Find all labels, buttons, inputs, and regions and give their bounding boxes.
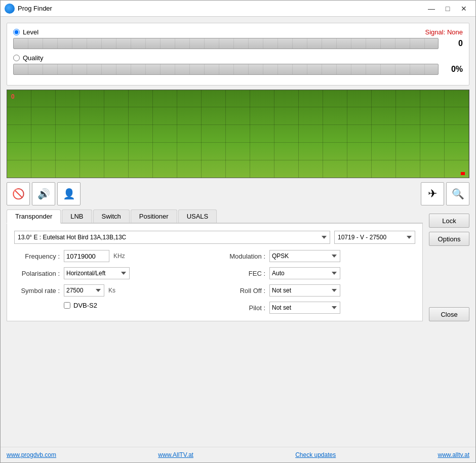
form-left: Frequency : KHz Polarisation : Horizonta… bbox=[14, 250, 210, 314]
level-row: Level Signal: None bbox=[13, 28, 463, 36]
quality-radio[interactable] bbox=[13, 55, 20, 61]
close-btn-area: Close bbox=[429, 304, 469, 321]
signal-panel: Level Signal: None 0 Quality 0% bbox=[7, 23, 469, 86]
close-window-button[interactable]: ✕ bbox=[456, 3, 471, 14]
satellite-select[interactable]: 13.0° E : Eutelsat Hot Bird 13A,13B,13C bbox=[14, 231, 330, 244]
satellite-icon: ✈ bbox=[428, 187, 437, 200]
dvbs2-checkbox[interactable] bbox=[64, 302, 70, 309]
form-grid: Frequency : KHz Polarisation : Horizonta… bbox=[14, 250, 415, 314]
footer-link-alltv-at[interactable]: www.AllTV.at bbox=[158, 451, 193, 458]
pilot-select[interactable]: Not set On Off bbox=[269, 302, 340, 314]
pilot-row: Pilot : Not set On Off bbox=[220, 302, 415, 314]
speaker-icon: 🔊 bbox=[37, 188, 50, 200]
polarisation-select[interactable]: Horizontal/Left Vertical/Right Circular … bbox=[64, 267, 130, 279]
spectrum-indicator bbox=[461, 172, 465, 175]
pilot-label: Pilot : bbox=[220, 304, 265, 312]
tab-usals[interactable]: USALS bbox=[178, 209, 217, 223]
modulation-select[interactable]: QPSK 8PSK 16APSK 32APSK bbox=[269, 250, 340, 262]
window-title: Prog Finder bbox=[18, 5, 424, 12]
symbolrate-select[interactable]: 27500 bbox=[64, 284, 104, 297]
modulation-row: Modulation : QPSK 8PSK 16APSK 32APSK bbox=[220, 250, 415, 262]
dvbs2-row: DVB-S2 bbox=[64, 302, 210, 309]
search-button[interactable]: 🔍 bbox=[446, 182, 469, 205]
person-icon: 👤 bbox=[63, 188, 75, 200]
fec-label: FEC : bbox=[220, 270, 265, 277]
signal-status: Signal: None bbox=[425, 28, 463, 36]
polarisation-row: Polarisation : Horizontal/Left Vertical/… bbox=[14, 267, 210, 279]
person-button[interactable]: 👤 bbox=[57, 182, 81, 205]
mute-button[interactable]: 🚫 bbox=[7, 182, 30, 205]
tab-switch[interactable]: Switch bbox=[93, 209, 130, 223]
spectrum-display: 0 bbox=[7, 90, 469, 178]
modulation-label: Modulation : bbox=[220, 252, 265, 260]
main-content: Level Signal: None 0 Quality 0% bbox=[1, 17, 475, 447]
level-value: 0 bbox=[443, 39, 463, 48]
symbolrate-row: Symbol rate : 27500 Ks bbox=[14, 284, 210, 297]
fec-row: FEC : Auto 1/2 2/3 3/4 5/6 7/8 bbox=[220, 267, 415, 279]
speaker-button[interactable]: 🔊 bbox=[32, 182, 55, 205]
level-bar-track bbox=[13, 38, 439, 49]
frequency-unit: KHz bbox=[113, 252, 125, 260]
frequency-label: Frequency : bbox=[14, 252, 60, 260]
main-window: Prog Finder — □ ✕ Level Signal: None 0 bbox=[0, 0, 476, 463]
frequency-input[interactable] bbox=[64, 250, 109, 262]
form-right: Modulation : QPSK 8PSK 16APSK 32APSK FEC… bbox=[220, 250, 415, 314]
rolloff-label: Roll Off : bbox=[220, 287, 265, 294]
main-section: Transponder LNB Switch Positioner USALS … bbox=[7, 209, 469, 321]
polarisation-label: Polarisation : bbox=[14, 270, 60, 277]
footer-link-progdvb[interactable]: www.progdvb.com bbox=[7, 451, 56, 458]
lock-button[interactable]: Lock bbox=[429, 214, 469, 228]
options-button[interactable]: Options bbox=[429, 232, 469, 246]
titlebar: Prog Finder — □ ✕ bbox=[1, 1, 475, 17]
symbolrate-label: Symbol rate : bbox=[14, 287, 60, 294]
level-bar-container: 0 bbox=[13, 38, 463, 49]
frequency-row: Frequency : KHz bbox=[14, 250, 210, 262]
quality-row: Quality bbox=[13, 54, 463, 62]
transponder-presets-row: 13.0° E : Eutelsat Hot Bird 13A,13B,13C … bbox=[14, 231, 415, 244]
quality-bar-container: 0% bbox=[13, 64, 463, 75]
level-radio[interactable] bbox=[13, 29, 20, 35]
fec-select[interactable]: Auto 1/2 2/3 3/4 5/6 7/8 bbox=[269, 267, 340, 279]
tab-positioner[interactable]: Positioner bbox=[131, 209, 177, 223]
right-panel-top: Lock Options bbox=[429, 214, 469, 246]
level-label: Level bbox=[23, 28, 38, 36]
app-icon bbox=[5, 4, 15, 14]
footer-link-alltv[interactable]: www.alltv.at bbox=[438, 451, 469, 458]
tabs-wrapper: Transponder LNB Switch Positioner USALS … bbox=[7, 209, 423, 321]
search-icon: 🔍 bbox=[452, 188, 464, 200]
quality-value: 0% bbox=[443, 65, 463, 74]
close-button[interactable]: Close bbox=[429, 307, 469, 321]
quality-bar-track bbox=[13, 64, 439, 75]
footer-link-check-updates[interactable]: Check updates bbox=[295, 451, 336, 458]
footer: www.progdvb.com www.AllTV.at Check updat… bbox=[1, 447, 475, 462]
quality-label: Quality bbox=[23, 54, 43, 62]
mute-icon: 🚫 bbox=[12, 188, 25, 200]
maximize-button[interactable]: □ bbox=[440, 3, 455, 14]
freq-preset-select[interactable]: 10719 - V - 27500 bbox=[334, 231, 415, 244]
toolbar: 🚫 🔊 👤 ✈ 🔍 bbox=[7, 182, 469, 205]
rolloff-row: Roll Off : Not set 0.35 0.25 0.20 bbox=[220, 284, 415, 297]
symbolrate-unit: Ks bbox=[108, 287, 115, 294]
tab-content-transponder: 13.0° E : Eutelsat Hot Bird 13A,13B,13C … bbox=[7, 224, 423, 321]
spectrum-grid bbox=[7, 90, 469, 178]
tab-transponder[interactable]: Transponder bbox=[7, 209, 61, 224]
tab-lnb[interactable]: LNB bbox=[62, 209, 92, 223]
right-panel: Lock Options Close bbox=[423, 209, 469, 321]
quality-radio-label[interactable]: Quality bbox=[13, 54, 64, 62]
satellite-button[interactable]: ✈ bbox=[421, 182, 444, 205]
tab-bar: Transponder LNB Switch Positioner USALS bbox=[7, 209, 423, 224]
rolloff-select[interactable]: Not set 0.35 0.25 0.20 bbox=[269, 284, 340, 297]
spectrum-zero-label: 0 bbox=[11, 93, 15, 100]
dvbs2-label: DVB-S2 bbox=[73, 302, 97, 309]
minimize-button[interactable]: — bbox=[424, 3, 439, 14]
level-radio-label[interactable]: Level bbox=[13, 28, 64, 36]
window-controls: — □ ✕ bbox=[424, 3, 471, 14]
